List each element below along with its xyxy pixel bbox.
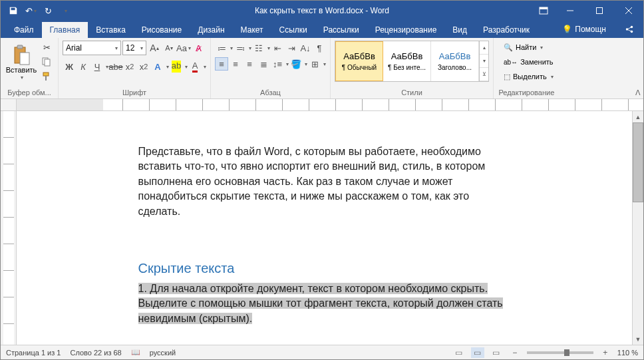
svg-rect-16 (43, 73, 49, 76)
tab-home[interactable]: Главная (42, 22, 88, 38)
ribbon-display-icon[interactable] (536, 3, 552, 19)
multilevel-icon[interactable]: ☷ (252, 41, 265, 55)
view-print-icon[interactable]: ▭ (471, 347, 484, 358)
tab-draw[interactable]: Рисование (134, 22, 190, 38)
copy-icon[interactable] (39, 55, 54, 69)
gallery-more-icon[interactable]: ⊻ (480, 68, 488, 81)
titlebar: ↶▾ ↻ ▾ Как скрыть текст в Word.docx - Wo… (1, 1, 643, 21)
view-web-icon[interactable]: ▭ (490, 347, 503, 358)
document-paragraph-selected[interactable]: 1. Для начала откройте документ, текст в… (138, 281, 511, 326)
document-paragraph[interactable]: Представьте, что в файл Word, с которым … (138, 144, 511, 219)
collapse-ribbon-icon[interactable]: ᐱ (635, 89, 641, 97)
document-heading[interactable]: Скрытие текста (138, 259, 511, 277)
scroll-thumb[interactable] (633, 122, 643, 202)
scroll-track[interactable] (633, 122, 643, 333)
align-center-icon[interactable]: ≡ (229, 57, 242, 71)
status-language[interactable]: русский (150, 349, 176, 357)
clear-format-icon[interactable]: A̷ (192, 41, 205, 55)
numbering-icon[interactable]: ≕ (234, 41, 247, 55)
subscript-icon[interactable]: x2 (123, 60, 136, 73)
italic-icon[interactable]: К (77, 60, 90, 73)
quick-access-toolbar: ↶▾ ↻ ▾ (1, 3, 73, 18)
tab-mailings[interactable]: Рассылки (315, 22, 367, 38)
align-left-icon[interactable]: ≡ (215, 57, 228, 71)
group-font: Arial▾ 12▾ A▴ A▾ Aa▾ A̷ Ж К Ч▾ abe x2 x2… (59, 38, 211, 98)
show-marks-icon[interactable]: ¶ (313, 41, 326, 55)
status-page[interactable]: Страница 1 из 1 (6, 349, 61, 357)
font-name-combo[interactable]: Arial▾ (63, 41, 121, 55)
style-heading1[interactable]: АаБбВв Заголово... (431, 41, 479, 81)
group-label-paragraph: Абзац (215, 88, 326, 97)
shading-icon[interactable]: 🪣 (289, 57, 303, 71)
line-spacing-icon[interactable]: ↕≡ (271, 57, 284, 71)
tab-view[interactable]: Вид (444, 22, 475, 38)
font-color-icon[interactable]: A (188, 60, 202, 73)
superscript-icon[interactable]: x2 (137, 60, 150, 73)
align-right-icon[interactable]: ≡ (243, 57, 256, 71)
minimize-icon[interactable] (556, 1, 585, 21)
document-page[interactable]: Представьте, что в файл Word, с которым … (52, 111, 597, 345)
cut-icon[interactable]: ✂ (39, 41, 54, 54)
group-label-styles: Стили (335, 88, 489, 97)
redo-icon[interactable]: ↻ (41, 3, 55, 18)
group-editing: 🔍Найти▾ ab↔Заменить ⬚Выделить▾ Редактиро… (494, 38, 560, 98)
decrease-indent-icon[interactable]: ⇤ (271, 41, 284, 55)
svg-line-10 (627, 29, 632, 32)
tab-developer[interactable]: Разработчик (475, 22, 538, 38)
change-case-icon[interactable]: Aa▾ (177, 41, 190, 55)
svg-rect-15 (45, 59, 50, 66)
view-read-icon[interactable]: ▭ (452, 347, 466, 358)
scroll-down-icon[interactable]: ▼ (633, 333, 643, 345)
format-painter-icon[interactable] (39, 70, 54, 83)
save-icon[interactable] (6, 3, 21, 18)
tab-file[interactable]: Файл (6, 22, 42, 38)
zoom-level[interactable]: 110 % (617, 349, 638, 357)
share-button[interactable] (615, 21, 643, 38)
zoom-slider[interactable] (527, 351, 593, 354)
tab-layout[interactable]: Макет (233, 22, 271, 38)
tab-review[interactable]: Рецензирование (367, 22, 445, 38)
style-no-spacing[interactable]: АаБбВв ¶ Без инте... (383, 41, 431, 81)
share-icon (625, 25, 634, 34)
document-area: Представьте, что в файл Word, с которым … (1, 111, 643, 345)
find-button[interactable]: 🔍Найти▾ (502, 41, 556, 54)
ruler-horizontal[interactable] (1, 99, 643, 111)
select-button[interactable]: ⬚Выделить▾ (502, 70, 556, 83)
bold-icon[interactable]: Ж (63, 60, 76, 73)
close-icon[interactable] (614, 1, 643, 21)
vertical-scrollbar[interactable]: ▲ ▼ (632, 111, 643, 345)
group-label-font: Шрифт (63, 88, 206, 97)
gallery-up-icon[interactable]: ▴ (480, 41, 488, 55)
sort-icon[interactable]: A↓ (299, 41, 312, 55)
increase-indent-icon[interactable]: ⇥ (285, 41, 298, 55)
bullets-icon[interactable]: ≔ (215, 41, 228, 55)
tab-design[interactable]: Дизайн (190, 22, 232, 38)
gallery-down-icon[interactable]: ▾ (480, 55, 488, 68)
scroll-up-icon[interactable]: ▲ (633, 111, 643, 122)
highlight-icon[interactable]: ab (170, 60, 183, 73)
paste-button[interactable]: Вставить ▾ (5, 41, 38, 85)
font-size-combo[interactable]: 12▾ (122, 41, 146, 55)
status-words[interactable]: Слово 22 из 68 (70, 349, 121, 357)
zoom-thumb[interactable] (564, 349, 569, 356)
page-scroll[interactable]: Представьте, что в файл Word, с которым … (17, 111, 632, 345)
undo-icon[interactable]: ↶▾ (23, 3, 38, 18)
ruler-vertical[interactable] (1, 111, 17, 345)
justify-icon[interactable]: ≣ (257, 57, 270, 71)
text-effects-icon[interactable]: A (151, 60, 164, 73)
strike-icon[interactable]: abe (109, 60, 122, 73)
borders-icon[interactable]: ⊞ (308, 57, 321, 71)
tab-insert[interactable]: Вставка (88, 22, 134, 38)
shrink-font-icon[interactable]: A▾ (162, 41, 176, 55)
maximize-icon[interactable] (585, 1, 614, 21)
qat-customize-icon[interactable]: ▾ (58, 3, 73, 18)
style-normal[interactable]: АаБбВв ¶ Обычный (335, 41, 383, 81)
underline-icon[interactable]: Ч (90, 60, 104, 73)
replace-button[interactable]: ab↔Заменить (502, 55, 556, 69)
zoom-out-icon[interactable]: − (508, 347, 522, 358)
tell-me[interactable]: 💡 Помощн (553, 21, 615, 38)
proofing-icon[interactable]: 📖 (131, 348, 140, 357)
tab-references[interactable]: Ссылки (271, 22, 315, 38)
zoom-in-icon[interactable]: + (599, 347, 612, 358)
grow-font-icon[interactable]: A▴ (148, 41, 161, 55)
